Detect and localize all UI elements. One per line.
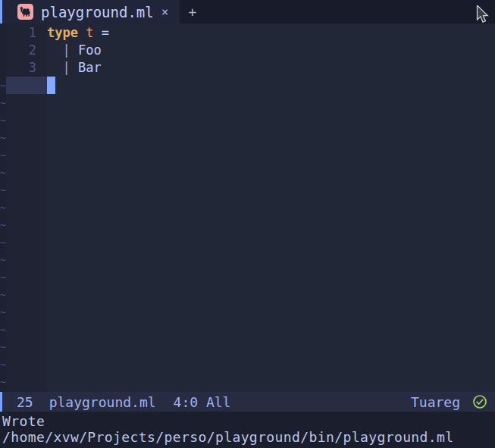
modeline-cursor-position: 4:0 All (174, 394, 231, 410)
editor-buffer[interactable]: ~~~~~~~~~~~~~~~~~~ 123 type t = | Foo | … (0, 23, 495, 392)
emacs-window: playground.ml × + ~~~~~~~~~~~~~~~~~~ 123… (0, 0, 495, 448)
tab-bar: playground.ml × + (0, 0, 495, 23)
modeline-left-value: 25 (17, 394, 33, 410)
modeline-major-mode: Tuareg (411, 394, 460, 410)
echo-message-path: /home/xvw/Projects/perso/playground/bin/… (2, 429, 495, 445)
tab-label: playground.ml (41, 4, 154, 20)
ocaml-camel-icon (17, 4, 33, 20)
code-line: type t = (47, 24, 117, 42)
text-cursor (47, 77, 55, 94)
check-circle-icon (472, 394, 487, 409)
new-tab-button[interactable]: + (180, 0, 205, 23)
line-number: 1 (6, 24, 36, 42)
modeline-buffer-name: playground.ml (49, 394, 156, 410)
code-line: | Bar (47, 59, 102, 77)
tab-close-icon[interactable]: × (161, 5, 169, 19)
echo-message: Wrote (2, 413, 495, 429)
line-number: 3 (6, 59, 36, 77)
fringe: ~~~~~~~~~~~~~~~~~~ (0, 23, 6, 392)
current-line-gutter-highlight (6, 77, 47, 94)
echo-area[interactable]: Wrote /home/xvw/Projects/perso/playgroun… (0, 412, 495, 448)
modeline-accent (0, 392, 2, 412)
tab-playground-ml[interactable]: playground.ml × (2, 0, 180, 23)
modeline: 25 playground.ml 4:0 All Tuareg (0, 392, 495, 412)
line-number: 2 (6, 42, 36, 59)
tab-bar-accent (0, 0, 2, 23)
code-line: | Foo (47, 42, 102, 59)
